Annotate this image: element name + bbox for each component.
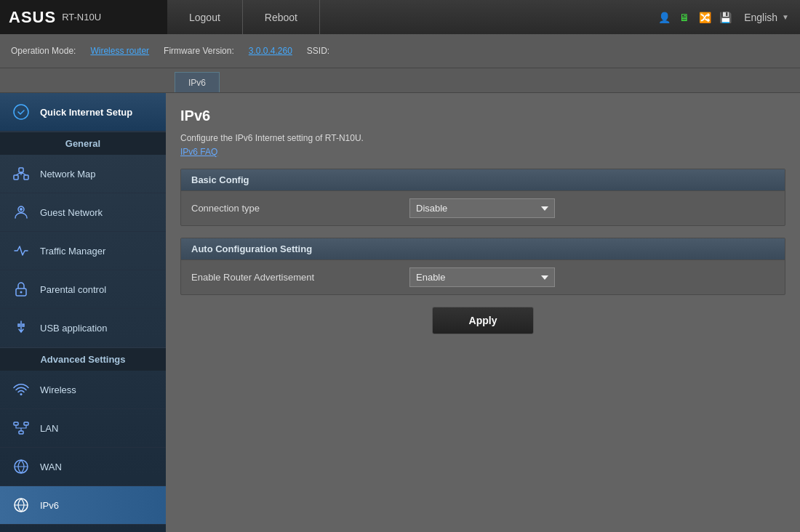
usb-icon — [11, 318, 31, 338]
lan-icon — [11, 418, 31, 438]
monitor-icon: 🖥 — [677, 10, 692, 25]
sidebar-guest-network-label: Guest Network — [40, 207, 103, 218]
quick-setup-icon — [11, 102, 31, 122]
ipv6-icon — [11, 495, 31, 515]
tab-ipv6[interactable]: IPv6 — [175, 72, 220, 92]
network-map-icon — [11, 164, 31, 184]
connection-type-control: Disable Auto Manual 6to4 6in4 Native — [409, 198, 775, 218]
router-adv-select[interactable]: Enable Disable — [409, 267, 555, 287]
sidebar-ipv6-label: IPv6 — [40, 500, 59, 511]
svg-point-0 — [14, 105, 28, 119]
chevron-down-icon: ▼ — [782, 13, 789, 21]
apply-button-row: Apply — [180, 307, 785, 334]
svg-rect-10 — [24, 422, 28, 425]
router-adv-row: Enable Router Advertisement Enable Disab… — [181, 260, 785, 294]
page-title: IPv6 — [180, 108, 785, 124]
main-layout: Quick Internet Setup General Network Map — [0, 93, 800, 532]
sidebar-item-wireless[interactable]: Wireless — [0, 371, 166, 409]
sidebar: Quick Internet Setup General Network Map — [0, 93, 166, 532]
svg-rect-2 — [19, 168, 23, 172]
parental-control-icon — [11, 279, 31, 299]
operation-mode-value[interactable]: Wireless router — [90, 46, 149, 56]
status-icons: 👤 🖥 🔀 💾 — [657, 10, 732, 25]
sidebar-item-lan[interactable]: LAN — [0, 409, 166, 448]
router-adv-control: Enable Disable — [409, 267, 775, 287]
auto-config-panel: Auto Configuration Setting Enable Router… — [180, 238, 785, 295]
connection-icon: 🔀 — [697, 10, 712, 25]
operation-mode-label: Operation Mode: — [11, 46, 76, 56]
basic-config-header: Basic Config — [181, 169, 785, 191]
quick-setup-label: Quick Internet Setup — [40, 107, 132, 118]
language-label: English — [744, 12, 777, 23]
sidebar-item-ipv6[interactable]: IPv6 — [0, 486, 166, 525]
save-icon: 💾 — [718, 10, 732, 25]
sidebar-item-network-map[interactable]: Network Map — [0, 155, 166, 193]
svg-rect-9 — [14, 422, 18, 425]
top-bar: ASUS RT-N10U Logout Reboot 👤 🖥 🔀 💾 Engli… — [0, 0, 800, 34]
guest-network-icon — [11, 202, 31, 222]
sidebar-general-header: General — [0, 132, 166, 155]
ssid-label: SSID: — [307, 46, 329, 56]
wireless-icon — [11, 379, 31, 400]
sidebar-lan-label: LAN — [40, 423, 58, 434]
sidebar-item-parental-control[interactable]: Parental control — [0, 270, 166, 309]
sidebar-traffic-manager-label: Traffic Manager — [40, 246, 105, 257]
firmware-value[interactable]: 3.0.0.4.260 — [249, 46, 292, 56]
connection-type-select[interactable]: Disable Auto Manual 6to4 6in4 Native — [409, 198, 555, 218]
sidebar-item-quick-setup[interactable]: Quick Internet Setup — [0, 93, 166, 132]
user-icon: 👤 — [657, 10, 671, 25]
model-label: RT-N10U — [62, 12, 101, 23]
top-nav: Logout Reboot 👤 🖥 🔀 💾 English ▼ — [167, 0, 800, 34]
reboot-button[interactable]: Reboot — [243, 0, 320, 34]
faq-link[interactable]: IPv6 FAQ — [180, 147, 217, 157]
apply-button[interactable]: Apply — [432, 307, 535, 334]
language-area: 👤 🖥 🔀 💾 English ▼ — [657, 10, 800, 25]
sidebar-item-usb-application[interactable]: USB application — [0, 309, 166, 347]
brand-logo: ASUS — [9, 8, 56, 27]
info-bar: Operation Mode: Wireless router Firmware… — [0, 34, 800, 68]
svg-point-7 — [20, 291, 23, 294]
svg-point-5 — [20, 208, 23, 211]
sidebar-network-map-label: Network Map — [40, 169, 96, 180]
sidebar-wireless-label: Wireless — [40, 384, 76, 395]
sidebar-parental-control-label: Parental control — [40, 284, 106, 295]
sidebar-item-wan[interactable]: WAN — [0, 448, 166, 486]
sidebar-item-guest-network[interactable]: Guest Network — [0, 193, 166, 232]
sidebar-wan-label: WAN — [40, 462, 62, 472]
sidebar-advanced-header: Advanced Settings — [0, 347, 166, 371]
sidebar-usb-label: USB application — [40, 323, 108, 334]
svg-rect-1 — [14, 175, 18, 180]
wan-icon — [11, 456, 31, 477]
svg-point-8 — [20, 393, 23, 395]
svg-rect-3 — [24, 175, 28, 180]
logout-button[interactable]: Logout — [167, 0, 243, 34]
tab-bar: IPv6 — [0, 68, 800, 93]
router-adv-label: Enable Router Advertisement — [191, 272, 409, 283]
connection-type-label: Connection type — [191, 203, 409, 214]
connection-type-row: Connection type Disable Auto Manual 6to4… — [181, 191, 785, 225]
logo-area: ASUS RT-N10U — [0, 0, 167, 34]
sidebar-item-traffic-manager[interactable]: Traffic Manager — [0, 232, 166, 270]
content-area: IPv6 Configure the IPv6 Internet setting… — [166, 93, 800, 532]
firmware-label: Firmware Version: — [164, 46, 234, 56]
auto-config-header: Auto Configuration Setting — [181, 238, 785, 260]
page-description: Configure the IPv6 Internet setting of R… — [180, 133, 785, 143]
traffic-manager-icon — [11, 241, 31, 261]
svg-rect-11 — [19, 431, 23, 434]
basic-config-panel: Basic Config Connection type Disable Aut… — [180, 169, 785, 226]
